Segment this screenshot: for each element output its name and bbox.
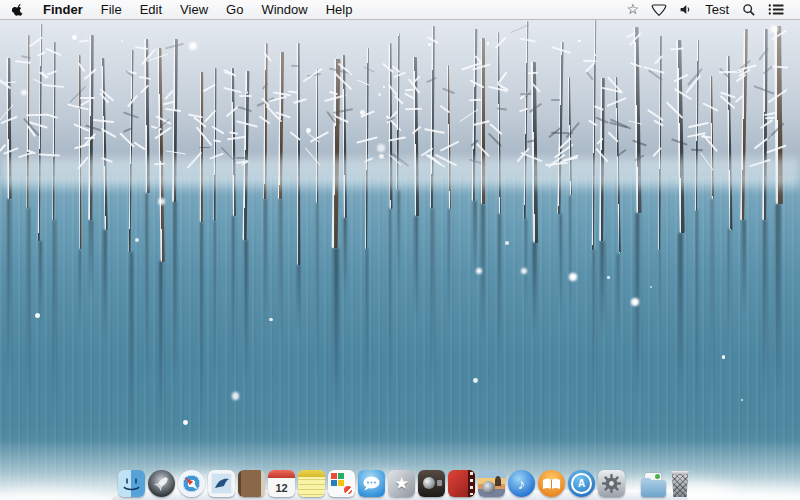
folder-body [641, 480, 666, 497]
dock-icon-safari[interactable] [178, 470, 205, 497]
spotlight-icon[interactable] [736, 0, 762, 19]
trash-rim [669, 471, 691, 474]
menu-file[interactable]: File [92, 0, 131, 19]
app-menu-finder[interactable]: Finder [34, 0, 92, 19]
apple-menu-icon[interactable] [0, 0, 34, 19]
dock-icon-app-preview[interactable] [328, 470, 355, 497]
dock-icon-contacts[interactable] [238, 470, 265, 497]
dock-icon-itunes[interactable]: ♪ [508, 470, 535, 497]
dock-icon-photo-booth[interactable] [418, 470, 445, 497]
dock-icon-launchpad[interactable] [148, 470, 175, 497]
waterline-glow [0, 158, 800, 188]
dock: 12★♪A [111, 464, 689, 500]
forest-fog [0, 17, 800, 152]
dock-icon-film[interactable] [448, 470, 475, 497]
palm-tree [495, 476, 501, 486]
dock-icon-notes[interactable] [298, 470, 325, 497]
dock-icon-finder[interactable] [118, 470, 145, 497]
dock-icon-mail[interactable] [208, 470, 235, 497]
star-icon[interactable]: ☆ [621, 0, 646, 19]
menu-view[interactable]: View [171, 0, 217, 19]
notification-center-icon[interactable] [762, 0, 790, 19]
menu-edit[interactable]: Edit [131, 0, 171, 19]
menu-go[interactable]: Go [217, 0, 252, 19]
dock-icon-folder[interactable] [641, 477, 666, 497]
snow-branch [18, 151, 33, 158]
camera-lens [423, 477, 435, 489]
snow-branch [39, 153, 60, 156]
wallpaper [0, 0, 800, 500]
menu-window[interactable]: Window [252, 0, 316, 19]
imovie-star: ★ [394, 473, 409, 494]
film-holes [470, 472, 473, 495]
calendar-day: 12 [268, 478, 295, 497]
menu-bar: FinderFileEditViewGoWindowHelp ☆ Test [0, 0, 800, 20]
folder-green-badge [655, 474, 660, 479]
notes-header [298, 470, 325, 477]
dock-icon-trash[interactable] [669, 471, 691, 497]
calendar-header [268, 470, 295, 478]
desktop-screen: FinderFileEditViewGoWindowHelp ☆ Test 12… [0, 0, 800, 500]
volume-icon[interactable] [673, 0, 698, 19]
red-pin [344, 486, 352, 494]
camera-lens [482, 481, 495, 494]
music-note: ♪ [518, 475, 526, 492]
camera-viewfinder [437, 480, 442, 486]
appstore-letter: A [571, 473, 592, 494]
dock-icon-appstore[interactable]: A [568, 470, 595, 497]
dock-icon-ibooks[interactable] [538, 470, 565, 497]
dock-icon-calendar[interactable]: 12 [268, 470, 295, 497]
menu-help[interactable]: Help [317, 0, 362, 19]
dock-icon-messages[interactable] [358, 470, 385, 497]
pick-outline-icon[interactable] [645, 0, 673, 19]
menu-bar-status-area: ☆ Test [621, 0, 800, 19]
dock-icon-imovie[interactable]: ★ [388, 470, 415, 497]
dock-divider [628, 470, 638, 497]
dock-icon-iphoto[interactable] [478, 470, 505, 497]
user-menu[interactable]: Test [698, 2, 736, 17]
dock-icon-sysprefs[interactable] [598, 470, 625, 497]
